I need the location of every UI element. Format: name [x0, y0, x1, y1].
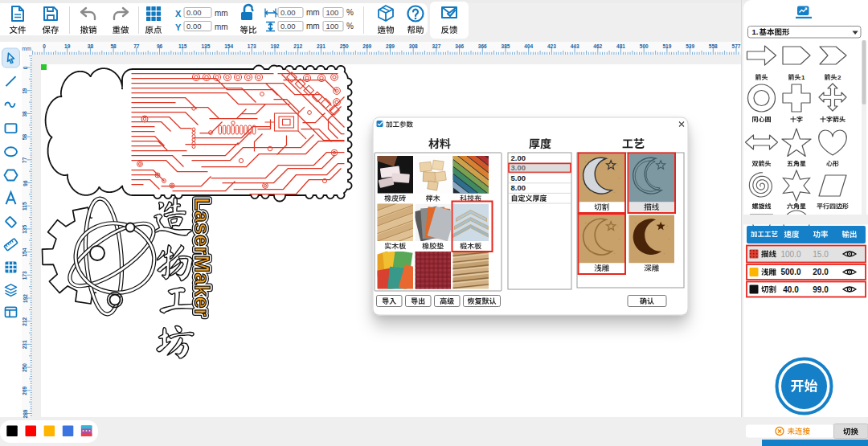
svg-text:519: 519	[662, 43, 671, 49]
svg-text:96: 96	[157, 43, 163, 49]
svg-text:100.0: 100.0	[780, 250, 800, 259]
svg-text:0.00: 0.00	[186, 8, 202, 17]
svg-text:154: 154	[23, 248, 28, 256]
svg-text:231: 231	[23, 340, 28, 349]
svg-text:346: 346	[455, 43, 464, 49]
svg-text:212: 212	[293, 43, 302, 49]
svg-text:0: 0	[43, 43, 46, 49]
svg-text:250: 250	[23, 363, 28, 372]
svg-text:2: 2	[837, 74, 841, 81]
svg-text:5.00: 5.00	[511, 174, 526, 182]
svg-text:58: 58	[110, 43, 117, 49]
svg-text:366: 366	[478, 43, 487, 49]
svg-text:38: 38	[23, 111, 28, 117]
svg-text:154: 154	[224, 43, 233, 49]
svg-text:558: 558	[709, 43, 718, 49]
svg-text:96: 96	[23, 180, 28, 186]
svg-text:%: %	[346, 22, 354, 31]
svg-text:99.0: 99.0	[813, 285, 829, 294]
svg-text:38: 38	[88, 43, 94, 49]
svg-text:404: 404	[524, 43, 533, 49]
svg-text:173: 173	[248, 43, 256, 49]
svg-text:327: 327	[432, 43, 440, 49]
svg-text:58: 58	[23, 134, 28, 141]
svg-text:%: %	[346, 8, 354, 17]
svg-text:250: 250	[340, 43, 349, 49]
svg-text:423: 423	[547, 43, 556, 49]
svg-text:1.: 1.	[752, 27, 759, 36]
svg-text:269: 269	[362, 43, 371, 49]
svg-text:mm: mm	[306, 22, 320, 31]
svg-text:77: 77	[23, 157, 28, 163]
svg-text:231: 231	[317, 43, 326, 49]
svg-text:3.00: 3.00	[511, 163, 526, 172]
svg-text:192: 192	[271, 43, 280, 49]
svg-text:308: 308	[409, 43, 418, 49]
svg-text:0: 0	[23, 66, 28, 69]
svg-text:539: 539	[686, 43, 694, 49]
svg-text:1: 1	[801, 74, 805, 81]
svg-text:135: 135	[23, 225, 28, 234]
svg-text:mm: mm	[215, 23, 228, 31]
svg-text:577: 577	[732, 43, 741, 49]
svg-text:289: 289	[386, 43, 395, 49]
svg-text:481: 481	[616, 43, 625, 49]
svg-text:2.00: 2.00	[511, 153, 526, 162]
svg-text:135: 135	[201, 43, 210, 49]
svg-text:77: 77	[133, 43, 140, 49]
svg-text:289: 289	[23, 409, 28, 418]
svg-text:X: X	[175, 9, 182, 18]
svg-text:192: 192	[23, 294, 28, 303]
svg-text:500.0: 500.0	[780, 268, 800, 276]
svg-text:115: 115	[178, 43, 187, 49]
svg-text:443: 443	[571, 43, 579, 49]
svg-text:0.00: 0.00	[280, 8, 296, 17]
svg-text:mm: mm	[22, 46, 31, 51]
svg-text:100: 100	[326, 22, 339, 31]
svg-text:0.00: 0.00	[280, 22, 296, 31]
svg-text:115: 115	[23, 202, 28, 211]
svg-text:385: 385	[502, 43, 510, 49]
svg-text:20.0: 20.0	[813, 268, 829, 276]
svg-text:mm: mm	[306, 8, 320, 17]
svg-text:mm: mm	[215, 9, 228, 18]
svg-text:40.0: 40.0	[783, 285, 799, 294]
svg-text:8.00: 8.00	[511, 183, 526, 192]
svg-text:500: 500	[640, 43, 649, 49]
svg-text:462: 462	[593, 43, 602, 49]
svg-text:100: 100	[326, 8, 339, 17]
svg-text:212: 212	[23, 317, 28, 325]
svg-text:0.00: 0.00	[186, 22, 202, 31]
svg-text:269: 269	[23, 386, 28, 395]
svg-text:173: 173	[23, 271, 28, 280]
svg-text:Y: Y	[175, 23, 182, 32]
svg-text:19: 19	[23, 88, 28, 94]
svg-text:19: 19	[64, 43, 71, 49]
svg-text:15.0: 15.0	[813, 250, 829, 259]
